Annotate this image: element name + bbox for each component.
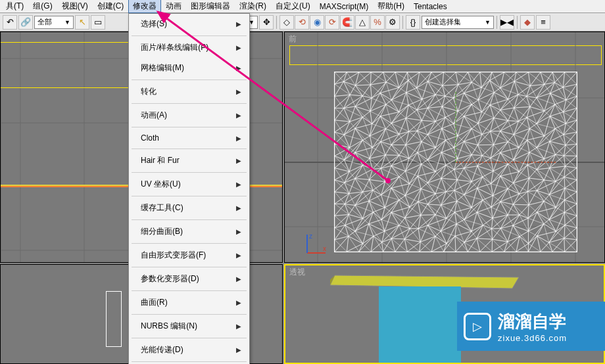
menu-create[interactable]: 创建(C) <box>93 0 129 13</box>
mesh-wireframe <box>334 72 577 252</box>
angle-snap-icon[interactable]: ⟲ <box>295 15 309 30</box>
menu-item-ffd[interactable]: 自由形式变形器(F)▶ <box>129 245 249 265</box>
link-icon[interactable]: 🔗 <box>18 15 33 30</box>
selection-set-dropdown[interactable]: 创建选择集 ▼ <box>422 16 494 29</box>
chevron-right-icon: ▶ <box>236 112 241 119</box>
menu-group[interactable]: 组(G) <box>28 0 57 13</box>
menu-graph-editors[interactable]: 图形编辑器 <box>186 0 235 13</box>
menu-item-selection[interactable]: 选择(S)▶ <box>129 14 249 34</box>
axis-gizmo: x z <box>304 232 328 256</box>
chevron-right-icon: ▶ <box>236 157 241 164</box>
menu-view[interactable]: 视图(V) <box>57 0 93 13</box>
spinner-snap-icon[interactable]: ⟳ <box>325 15 339 30</box>
select-region-icon[interactable]: ▭ <box>91 15 105 30</box>
scope-dropdown[interactable]: 全部 ▼ <box>34 16 74 29</box>
menu-tools[interactable]: 具(T) <box>1 0 28 13</box>
align-icon[interactable]: ◆ <box>520 15 535 30</box>
menu-item-uv[interactable]: UV 坐标(U)▶ <box>129 174 249 194</box>
watermark-banner: ▷ 溜溜自学 zixue.3d66.com <box>457 302 605 351</box>
chevron-right-icon: ▶ <box>236 135 241 142</box>
config-icon[interactable]: ⚙ <box>385 15 400 30</box>
menu-modifiers[interactable]: 修改器 <box>128 0 161 13</box>
mirror-icon[interactable]: ▶◀ <box>500 15 514 30</box>
menu-item-cache[interactable]: 缓存工具(C)▶ <box>129 198 249 218</box>
viewport-label-front: 前 <box>289 34 297 45</box>
menu-customize[interactable]: 自定义(U) <box>271 0 315 13</box>
chevron-right-icon: ▶ <box>236 44 241 51</box>
menu-animation[interactable]: 动画 <box>161 0 186 13</box>
chevron-right-icon: ▶ <box>236 299 241 306</box>
percent-snap-icon[interactable]: ◉ <box>310 15 324 30</box>
svg-text:x: x <box>323 245 326 252</box>
watermark-title: 溜溜自学 <box>498 310 567 333</box>
chevron-right-icon: ▶ <box>236 181 241 188</box>
scope-label: 全部 <box>37 17 52 27</box>
play-icon: ▷ <box>464 313 491 340</box>
menu-item-surface[interactable]: 曲面(R)▶ <box>129 292 249 313</box>
menu-help[interactable]: 帮助(H) <box>373 0 409 13</box>
chevron-right-icon: ▶ <box>236 20 241 28</box>
layers-icon[interactable]: ≡ <box>536 15 550 30</box>
magnet-icon[interactable]: 🧲 <box>340 15 354 30</box>
menu-item-cloth[interactable]: Cloth▶ <box>129 129 249 147</box>
chevron-right-icon: ▶ <box>236 204 241 212</box>
select-icon[interactable]: ↖ <box>75 15 89 30</box>
snap-toggle-icon[interactable]: ◇ <box>279 15 294 30</box>
menu-rendering[interactable]: 渲染(R) <box>235 0 271 13</box>
svg-rect-23 <box>379 286 461 363</box>
angle-icon[interactable]: △ <box>355 15 370 30</box>
chevron-right-icon: ▶ <box>236 323 241 330</box>
chevron-right-icon: ▶ <box>236 275 241 283</box>
named-sets-icon[interactable]: {} <box>406 15 420 30</box>
object-outline <box>106 291 122 347</box>
menu-item-convert[interactable]: 转化▶ <box>129 81 249 102</box>
menu-tentacles[interactable]: Tentacles <box>409 1 452 12</box>
selection-rect <box>0 42 139 88</box>
menu-item-subdivision[interactable]: 细分曲面(B)▶ <box>129 221 249 242</box>
watermark-url: zixue.3d66.com <box>498 333 567 343</box>
selection-set-label: 创建选择集 <box>425 17 461 27</box>
menu-item-patch-spline[interactable]: 面片/样条线编辑(P)▶ <box>129 37 249 58</box>
menu-item-hair-fur[interactable]: Hair 和 Fur▶ <box>129 150 249 171</box>
chevron-down-icon: ▼ <box>485 19 491 26</box>
chevron-right-icon: ▶ <box>236 88 241 95</box>
move-icon[interactable]: ✥ <box>259 15 274 30</box>
menu-item-parametric[interactable]: 参数化变形器(D)▶ <box>129 269 249 289</box>
modifiers-dropdown-menu: 选择(S)▶ 面片/样条线编辑(P)▶ 网格编辑(M)▶ 转化▶ 动画(A)▶ … <box>128 13 250 364</box>
chevron-down-icon: ▼ <box>64 19 70 26</box>
menu-maxscript[interactable]: MAXScript(M) <box>315 1 374 12</box>
undo-icon[interactable]: ↶ <box>3 15 17 30</box>
menu-item-animation[interactable]: 动画(A)▶ <box>129 105 249 125</box>
svg-text:z: z <box>309 233 312 240</box>
menu-item-mesh-edit[interactable]: 网格编辑(M)▶ <box>129 58 249 78</box>
menu-item-nurbs[interactable]: NURBS 编辑(N)▶ <box>129 316 249 336</box>
main-toolbar: ↶ 🔗 全部 ▼ ↖ ▭ 图 ▼ ✥ ◇ ⟲ ◉ ⟳ 🧲 △ % ⚙ {} 创建… <box>0 13 605 32</box>
chevron-right-icon: ▶ <box>236 346 241 353</box>
percent-icon[interactable]: % <box>370 15 385 30</box>
chevron-right-icon: ▶ <box>236 252 241 259</box>
chevron-right-icon: ▶ <box>236 228 241 235</box>
chevron-right-icon: ▶ <box>236 64 241 72</box>
menu-bar: 具(T) 组(G) 视图(V) 创建(C) 修改器 动画 图形编辑器 渲染(R)… <box>0 0 605 13</box>
menu-item-radiosity[interactable]: 光能传递(D)▶ <box>129 340 249 360</box>
viewport-top-right[interactable]: 前 x z <box>284 32 605 263</box>
